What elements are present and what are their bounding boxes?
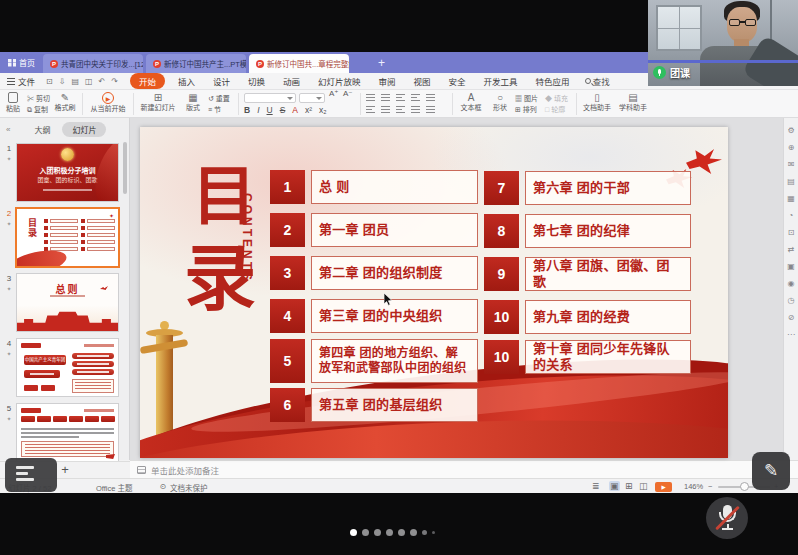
annotate-pen-button[interactable]: ✎ — [752, 452, 790, 490]
doc-assistant-button[interactable]: ▯ 文档助手 — [580, 92, 614, 112]
slide-thumbnail-5[interactable] — [17, 404, 118, 461]
menu-item-animation[interactable]: 动画 — [274, 75, 309, 87]
menu-item-slideshow[interactable]: 幻灯片放映 — [309, 75, 370, 87]
new-slide-button[interactable]: ⊞ 新建幻灯片 — [137, 92, 179, 112]
theme-name[interactable]: Office 主题 — [96, 482, 133, 493]
align-center-icon[interactable] — [381, 106, 390, 114]
font-color-button[interactable]: A — [292, 105, 298, 115]
textbox-button[interactable]: A 文本框 — [456, 92, 486, 112]
mic-mute-button[interactable] — [706, 497, 748, 539]
reading-view-icon[interactable]: ◫ — [639, 481, 648, 491]
home-tab[interactable]: 首页 — [0, 52, 43, 73]
zoom-level[interactable]: 146% — [684, 482, 703, 491]
menu-item-transition[interactable]: 切换 — [239, 75, 274, 87]
shapes-button[interactable]: ○ 形状 — [488, 92, 512, 112]
dot[interactable] — [362, 529, 369, 536]
new-tab-button[interactable]: + — [378, 56, 385, 70]
copy-button[interactable]: ⧉ 复制 — [27, 103, 48, 116]
slide-thumbnail-4[interactable]: 中国共产主义青年团 — [17, 339, 118, 396]
subscript-button[interactable]: x₂ — [319, 105, 327, 115]
webcam-video-tile[interactable]: 团课 — [648, 0, 798, 86]
menu-item-security[interactable]: 安全 — [440, 75, 475, 87]
section-button[interactable]: ≡ 节 — [208, 103, 221, 116]
numbered-list-icon[interactable] — [381, 94, 390, 102]
dot-active[interactable] — [350, 529, 357, 536]
font-size-select[interactable] — [299, 93, 325, 103]
save-icon[interactable]: ⊡ — [46, 77, 53, 86]
collapse-panel-button[interactable]: « — [0, 125, 16, 134]
toc-item[interactable]: 第五章 团的基层组织 — [311, 388, 478, 422]
slideshow-play-button[interactable]: ▶ — [655, 482, 672, 492]
menu-item-home[interactable]: 开始 — [130, 73, 165, 89]
preview-icon[interactable]: ◫ — [85, 77, 93, 86]
find-command[interactable]: 查找 — [585, 75, 610, 87]
strikethrough-button[interactable]: S — [280, 105, 286, 115]
slide-thumbnail-2-selected[interactable]: 目录 ✦ — [17, 209, 118, 266]
increase-font-button[interactable]: A⁺ — [329, 87, 339, 100]
menu-item-view[interactable]: 视图 — [405, 75, 440, 87]
normal-view-icon[interactable]: ▣ — [609, 481, 620, 491]
bullet-list-icon[interactable] — [366, 94, 375, 102]
tab-outline[interactable]: 大纲 — [34, 124, 50, 135]
outline-button[interactable]: □ 轮廓 — [545, 103, 565, 116]
print-icon[interactable]: ▤ — [71, 77, 79, 86]
font-family-select[interactable] — [244, 93, 296, 103]
slide-thumbnail-3[interactable]: 总则 — [17, 274, 118, 331]
file-menu[interactable]: 文件 — [0, 75, 42, 87]
page-indicator-dots[interactable] — [350, 529, 435, 536]
toc-item[interactable]: 第三章 团的中央组织 — [311, 299, 478, 333]
zoom-slider-knob[interactable] — [740, 482, 749, 491]
dot[interactable] — [422, 530, 427, 535]
protection-status[interactable]: 文档未保护 — [170, 482, 208, 493]
slide-subtitle-contents[interactable]: CONTENTS — [240, 193, 254, 343]
menu-item-review[interactable]: 审阅 — [370, 75, 405, 87]
toc-item[interactable]: 第二章 团的组织制度 — [311, 256, 478, 290]
menu-item-special-apps[interactable]: 特色应用 — [527, 75, 579, 87]
superscript-button[interactable]: x² — [305, 105, 312, 115]
toc-item[interactable]: 第十章 团同少年先锋队的关系 — [525, 340, 691, 374]
subject-assistant-button[interactable]: ▤ 学科助手 — [616, 92, 650, 112]
toc-item[interactable]: 总 则 — [311, 170, 478, 204]
panel-scrollbar[interactable] — [123, 142, 127, 194]
toc-item[interactable]: 第八章 团旗、团徽、团歌 — [525, 257, 691, 291]
zoom-out-button[interactable]: − — [708, 482, 712, 491]
toc-item[interactable]: 第一章 团员 — [311, 213, 478, 247]
arrange-button[interactable]: ⊞ 排列 — [515, 103, 537, 116]
format-painter-button[interactable]: ✎ 格式刷 — [52, 92, 78, 112]
italic-button[interactable]: I — [257, 105, 259, 115]
toc-item[interactable]: 第四章 团的地方组织、解放军和武警部队中团的组织 — [311, 339, 478, 383]
notes-toggle-icon[interactable]: ≣ — [592, 481, 600, 491]
dot[interactable] — [410, 529, 417, 536]
align-left-icon[interactable] — [366, 106, 375, 114]
dot[interactable] — [386, 529, 393, 536]
justify-icon[interactable] — [411, 106, 420, 114]
toc-item[interactable]: 第九章 团的经费 — [525, 300, 691, 334]
slide-sorter-icon[interactable]: ⊞ — [625, 481, 633, 491]
decrease-indent-icon[interactable] — [396, 94, 405, 102]
menu-item-devtools[interactable]: 开发工具 — [475, 75, 527, 87]
clock-icon[interactable]: ◷ — [788, 296, 795, 305]
chart-panel-icon[interactable]: ▦ — [787, 194, 795, 203]
undo-icon[interactable]: ↶ — [99, 77, 106, 86]
toc-item[interactable]: 第六章 团的干部 — [525, 171, 691, 205]
distribute-icon[interactable] — [426, 106, 435, 114]
menu-item-design[interactable]: 设计 — [204, 75, 239, 87]
dot[interactable] — [398, 529, 405, 536]
export-icon[interactable]: ⇩ — [59, 77, 66, 86]
underline-button[interactable]: U — [267, 105, 273, 115]
settings-icon[interactable]: ⚙ — [787, 126, 794, 135]
play-from-current-button[interactable]: ▶ 从当前开始 — [86, 92, 130, 113]
history-icon[interactable]: ◔ — [789, 211, 794, 220]
layout-button[interactable]: ▦ 版式 — [181, 92, 205, 112]
add-panel-icon[interactable]: ⊕ — [788, 143, 795, 152]
bold-button[interactable]: B — [244, 105, 250, 115]
more-icon[interactable]: ⋯ — [787, 330, 795, 339]
tab-slides[interactable]: 幻灯片 — [62, 122, 106, 137]
align-right-icon[interactable] — [396, 106, 405, 114]
document-tab-active[interactable]: P 新修订中国共...章程完整解读 — [249, 54, 349, 73]
slide-canvas[interactable]: 目 录 CONTENTS 1 总 则 2 第一章 团员 3 第二章 团的组织制度 — [140, 127, 728, 458]
redo-icon[interactable]: ↷ — [111, 77, 118, 86]
share-icon[interactable]: ⇄ — [788, 245, 795, 254]
increase-indent-icon[interactable] — [411, 94, 420, 102]
paste-button[interactable]: 粘贴 — [2, 92, 24, 113]
